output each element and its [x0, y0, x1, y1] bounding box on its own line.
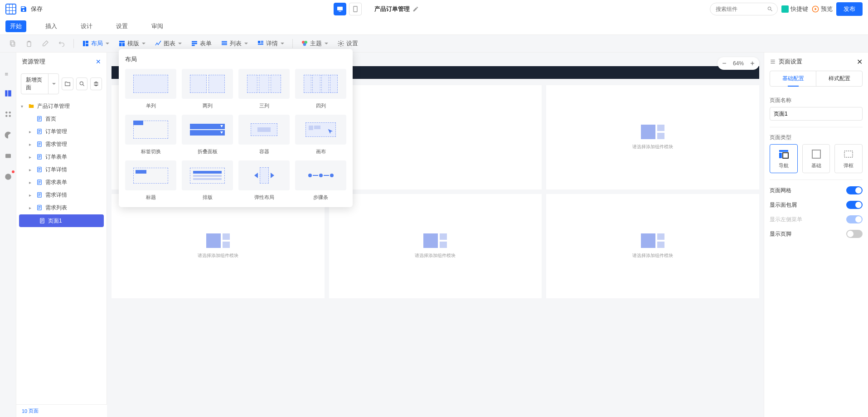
layout-two-col[interactable]: 两列	[182, 69, 233, 109]
canvas-cell[interactable]: 请选择添加组件模块	[546, 85, 759, 189]
edit-icon[interactable]	[412, 6, 419, 12]
tool-layout[interactable]: 布局	[78, 37, 113, 50]
app-menu-icon[interactable]	[5, 4, 16, 15]
left-panel-close[interactable]: ✕	[96, 58, 101, 65]
save-button[interactable]: 保存	[31, 5, 43, 13]
tool-delete[interactable]	[22, 37, 36, 50]
new-page-dropdown[interactable]	[48, 74, 58, 94]
shortcut-button[interactable]: 快捷键	[781, 5, 808, 13]
device-tablet-button[interactable]	[349, 3, 362, 15]
switch-footer[interactable]	[846, 230, 863, 238]
switch-label: 显示左侧菜单	[770, 216, 802, 223]
tool-form[interactable]: 表单	[187, 37, 215, 50]
tab-insert[interactable]: 插入	[41, 20, 62, 32]
switch-breadcrumb[interactable]	[846, 201, 863, 209]
publish-button[interactable]: 发布	[836, 2, 863, 16]
svg-rect-56	[812, 150, 820, 158]
tree-item[interactable]: ▸订单表单	[16, 150, 107, 163]
page-name-input[interactable]	[770, 107, 863, 121]
tree-item[interactable]: 页面1	[19, 214, 104, 227]
prop-label: 页面名称	[770, 97, 863, 104]
type-basic[interactable]: 基础	[802, 144, 830, 173]
layout-single-col[interactable]: 单列	[125, 69, 176, 109]
preview-button[interactable]: 预览	[812, 5, 833, 13]
rail-pages[interactable]	[3, 88, 13, 98]
new-page-button[interactable]: 新增页面	[21, 74, 48, 94]
tool-chart[interactable]: 图表	[151, 37, 185, 50]
shortcut-chip-icon	[781, 5, 789, 13]
svg-rect-13	[11, 42, 15, 46]
tree-item[interactable]: ▸订单管理	[16, 125, 107, 138]
svg-rect-24	[222, 41, 227, 42]
svg-rect-53	[779, 150, 788, 152]
sidebar-collapse-icon[interactable]: ≡	[5, 71, 11, 78]
layout-flex[interactable]: 弹性布局	[238, 160, 290, 201]
switch-left-menu[interactable]	[846, 215, 863, 223]
canvas-cell[interactable]	[329, 85, 542, 189]
tool-theme[interactable]: 主题	[297, 37, 332, 50]
layout-accordion[interactable]: 折叠面板	[182, 115, 233, 155]
right-panel-close[interactable]: ✕	[857, 58, 863, 66]
layout-title[interactable]: 标题	[125, 160, 176, 201]
prop-label: 页面类型	[770, 134, 863, 141]
rail-assets[interactable]	[3, 151, 13, 161]
rail-components[interactable]	[3, 109, 13, 119]
tab-design[interactable]: 设计	[76, 20, 97, 32]
tool-eraser[interactable]	[38, 37, 53, 50]
tree-item[interactable]: 首页	[16, 112, 107, 125]
zoom-out-button[interactable]: −	[720, 59, 728, 68]
svg-point-40	[9, 115, 11, 117]
tree-root[interactable]: ▾产品订单管理	[16, 100, 107, 112]
tab-style-config[interactable]: 样式配置	[816, 71, 862, 86]
tree-item[interactable]: ▸订单详情	[16, 163, 107, 176]
svg-rect-0	[6, 5, 9, 7]
caret-icon	[178, 43, 182, 44]
collapse-tree-button[interactable]	[90, 78, 102, 90]
tree-item[interactable]: ▸需求管理	[16, 138, 107, 150]
zoom-in-button[interactable]: +	[748, 59, 756, 68]
left-panel-title: 资源管理	[22, 58, 45, 66]
svg-rect-41	[5, 154, 11, 158]
layout-four-col[interactable]: 四列	[295, 69, 346, 109]
layout-steps[interactable]: 步骤条	[295, 160, 346, 201]
tool-detail[interactable]: 详情	[253, 37, 288, 50]
tool-undo[interactable]	[54, 37, 69, 50]
tab-review[interactable]: 审阅	[147, 20, 168, 32]
settings-icon	[770, 58, 776, 65]
tree-item[interactable]: ▸需求表单	[16, 176, 107, 189]
switch-grid[interactable]	[846, 186, 863, 194]
canvas-cell[interactable]: 请选择添加组件模块	[112, 194, 325, 298]
svg-point-33	[303, 43, 306, 46]
tree-item[interactable]: ▸需求列表	[16, 201, 107, 214]
rail-data[interactable]	[3, 130, 13, 140]
type-modal[interactable]: 弹框	[834, 144, 863, 173]
svg-rect-19	[119, 43, 121, 46]
tool-settings[interactable]: 设置	[334, 37, 362, 50]
canvas-cell[interactable]: 请选择添加组件模块	[329, 194, 542, 298]
tool-copy[interactable]	[5, 37, 20, 50]
tool-list[interactable]: 列表	[217, 37, 252, 50]
tab-start[interactable]: 开始	[5, 20, 26, 32]
device-desktop-button[interactable]	[334, 3, 346, 15]
tree-item[interactable]: ▸需求详情	[16, 189, 107, 201]
svg-rect-1	[10, 5, 12, 7]
svg-rect-9	[337, 7, 343, 10]
search-icon	[767, 6, 773, 12]
svg-rect-30	[258, 44, 263, 45]
layout-three-col[interactable]: 三列	[238, 69, 290, 109]
folder-button[interactable]	[62, 78, 73, 90]
canvas-cell[interactable]: 请选择添加组件模块	[546, 194, 759, 298]
layout-canvas[interactable]: 画布	[295, 115, 346, 155]
type-nav[interactable]: 导航	[770, 144, 798, 173]
layout-container[interactable]: 容器	[238, 115, 290, 155]
svg-rect-7	[10, 11, 12, 14]
layout-typography[interactable]: 排版	[182, 160, 233, 201]
layout-tabs[interactable]: 标签切换	[125, 115, 176, 155]
search-tree-button[interactable]	[76, 78, 88, 90]
svg-rect-55	[783, 153, 788, 158]
rail-more[interactable]	[3, 172, 13, 182]
switch-label: 页面网格	[770, 187, 791, 194]
tool-template[interactable]: 模版	[115, 37, 149, 50]
tab-settings[interactable]: 设置	[112, 20, 132, 32]
tab-basic-config[interactable]: 基础配置	[770, 71, 816, 86]
